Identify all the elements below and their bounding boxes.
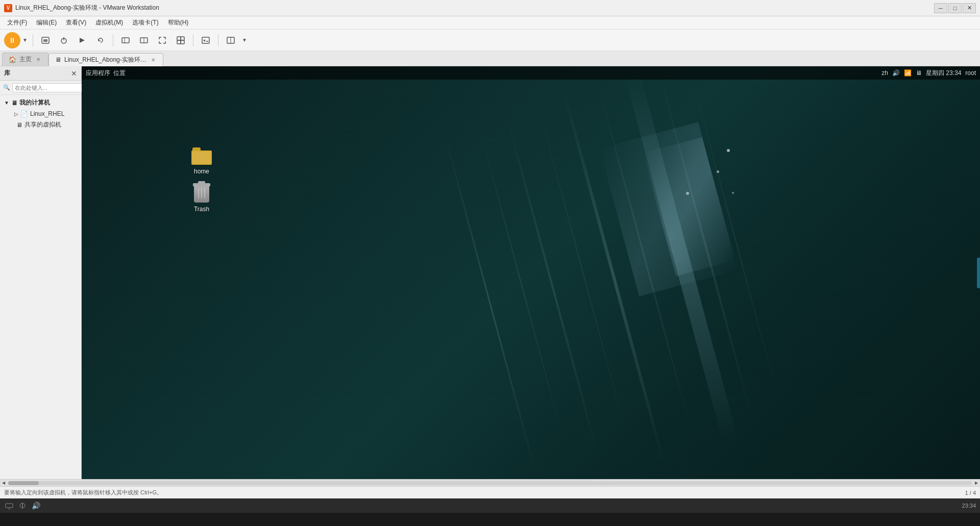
bottombar: 🔊 23:34 [0, 498, 980, 513]
shared-vms-label: 共享的虚拟机 [24, 120, 61, 129]
statusbar: 要将输入定向到该虚拟机，请将鼠标指针移入其中或按 Ctrl+G。 1 / 4 [0, 486, 980, 498]
window-controls: ─ □ ✕ [934, 3, 976, 13]
svg-rect-1 [43, 39, 47, 42]
power-button[interactable] [56, 32, 72, 48]
maximize-button[interactable]: □ [948, 3, 962, 13]
horizontal-scrollbar[interactable]: ◀ ▶ [0, 479, 980, 486]
svg-rect-10 [177, 40, 181, 44]
reset-button[interactable] [92, 32, 109, 48]
home-folder-icon[interactable]: home [184, 145, 219, 177]
tabbar: 🏠 主页 ✕ 🖥 Linux_RHEL_Abong-实验环… ✕ [0, 51, 980, 66]
vm-tab-icon: 🖥 [55, 56, 61, 63]
menu-edit[interactable]: 编辑(E) [32, 17, 61, 28]
menu-vm[interactable]: 虚拟机(M) [91, 17, 127, 28]
volume-icon[interactable]: 🔊 [892, 69, 900, 77]
display-icon[interactable]: 🖥 [916, 69, 922, 77]
toolbar-separator-2 [113, 34, 113, 46]
svg-rect-12 [202, 37, 209, 43]
fullscreen-button[interactable] [154, 32, 170, 48]
desktop-topbar: 应用程序 位置 zh 🔊 📶 🖥 星期四 23:34 root [82, 66, 980, 80]
toolbar-separator-3 [193, 34, 193, 46]
vm-viewport[interactable]: 应用程序 位置 zh 🔊 📶 🖥 星期四 23:34 root [82, 66, 980, 479]
clock-label[interactable]: 星期四 23:34 [926, 69, 961, 78]
trash-icon-desktop[interactable]: Trash [184, 181, 219, 215]
page-indicator: 1 / 4 [965, 490, 976, 496]
toolbar-separator-1 [33, 34, 33, 46]
pause-dropdown[interactable]: ▼ [21, 37, 29, 43]
app-icon: V [4, 4, 12, 12]
computer-icon: 🖥 [11, 99, 17, 107]
scroll-left-button[interactable]: ◀ [0, 480, 7, 487]
send-ctrl-alt-del-button[interactable] [37, 32, 54, 48]
toolbar-separator-4 [218, 34, 218, 46]
settings-dropdown[interactable]: ▼ [241, 37, 248, 43]
tab-vm[interactable]: 🖥 Linux_RHEL_Abong-实验环… ✕ [48, 53, 163, 66]
lang-indicator[interactable]: zh [881, 69, 888, 77]
network-status-icon[interactable] [4, 500, 14, 511]
network-icon[interactable]: 📶 [904, 69, 912, 77]
user-label[interactable]: root [965, 69, 976, 77]
trash-icon-label: Trash [194, 206, 209, 213]
bottombar-right: 23:34 [962, 503, 976, 509]
window-title: Linux_RHEL_Abong-实验环境 - VMware Workstati… [15, 4, 934, 12]
search-icon: 🔍 [3, 84, 10, 91]
trash-image [192, 183, 211, 204]
my-computer-group: ▼ 🖥 我的计算机 ▷ 📄 Linux_RHEL 🖥 共享的虚拟机 [0, 97, 81, 131]
shared-icon: 🖥 [16, 121, 22, 129]
sidebar-search-area: 🔍 ▼ [0, 81, 81, 95]
titlebar: V Linux_RHEL_Abong-实验环境 - VMware Worksta… [0, 0, 980, 16]
scroll-right-button[interactable]: ▶ [973, 480, 980, 487]
menu-file[interactable]: 文件(F) [3, 17, 31, 28]
desktop-places-menu[interactable]: 位置 [113, 69, 126, 78]
bottom-time: 23:34 [962, 503, 976, 509]
suspend-button[interactable] [74, 32, 90, 48]
svg-rect-8 [177, 37, 181, 40]
scroll-thumb[interactable] [8, 481, 39, 485]
status-text: 要将输入定向到该虚拟机，请将鼠标指针移入其中或按 Ctrl+G。 [4, 489, 162, 496]
menu-tabs[interactable]: 选项卡(T) [128, 17, 162, 28]
svg-rect-11 [181, 40, 184, 44]
scroll-track [8, 481, 972, 485]
sidebar: 库 ✕ 🔍 ▼ ▼ 🖥 我的计算机 ▷ 📄 Linux_RHEL [0, 66, 82, 479]
home-tab-close[interactable]: ✕ [35, 56, 42, 63]
home-tab-label: 主页 [19, 55, 32, 64]
home-tab-icon: 🏠 [9, 56, 16, 63]
my-computer-header[interactable]: ▼ 🖥 我的计算机 [0, 97, 81, 109]
minimize-button[interactable]: ─ [934, 3, 947, 13]
shared-vms-item[interactable]: 🖥 共享的虚拟机 [0, 119, 81, 131]
menubar: 文件(F) 编辑(E) 查看(V) 虚拟机(M) 选项卡(T) 帮助(H) [0, 16, 980, 30]
sidebar-header: 库 ✕ [0, 66, 81, 81]
linux-rhel-item[interactable]: ▷ 📄 Linux_RHEL [0, 109, 81, 119]
desktop-apps-menu[interactable]: 应用程序 [86, 69, 110, 78]
tab-home[interactable]: 🏠 主页 ✕ [2, 53, 48, 66]
menu-help[interactable]: 帮助(H) [164, 17, 193, 28]
linux-rhel-icon: ▷ [14, 111, 18, 117]
search-input[interactable] [12, 83, 88, 92]
my-computer-label: 我的计算机 [19, 98, 50, 107]
folder-image [191, 147, 212, 166]
svg-rect-18 [6, 504, 13, 508]
linux-rhel-label: Linux_RHEL [30, 110, 64, 117]
audio-icon[interactable]: 🔊 [31, 500, 41, 511]
usb-icon[interactable] [17, 500, 28, 511]
document-icon: 📄 [20, 110, 28, 117]
sidebar-expand-handle[interactable] [977, 258, 980, 288]
toolbar: ⏸ ▼ ▼ [0, 30, 980, 51]
desktop-background [82, 66, 980, 479]
fit-window-button[interactable] [117, 32, 134, 48]
home-icon-label: home [194, 168, 209, 175]
sidebar-close-button[interactable]: ✕ [71, 69, 77, 78]
unity-mode-button[interactable] [173, 32, 189, 48]
svg-rect-4 [122, 38, 129, 43]
vm-tab-close[interactable]: ✕ [150, 56, 157, 63]
vm-tab-label: Linux_RHEL_Abong-实验环… [64, 56, 146, 64]
stretch-guest-button[interactable] [136, 32, 152, 48]
svg-rect-9 [181, 37, 184, 40]
console-button[interactable] [198, 32, 214, 48]
close-button[interactable]: ✕ [963, 3, 976, 13]
expand-icon: ▼ [4, 100, 9, 106]
pause-button[interactable]: ⏸ [4, 32, 20, 48]
menu-view[interactable]: 查看(V) [62, 17, 90, 28]
settings-button[interactable] [223, 32, 239, 48]
sidebar-title: 库 [4, 69, 10, 78]
